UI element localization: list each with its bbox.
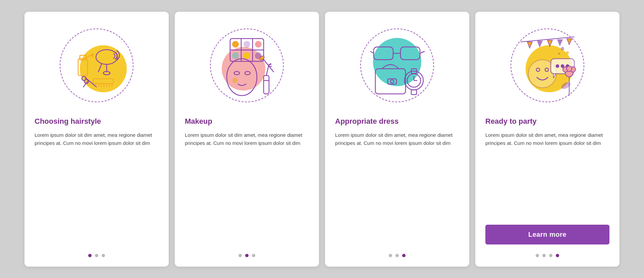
svg-marker-66 (557, 40, 562, 46)
dot (389, 254, 392, 257)
svg-point-80 (567, 66, 572, 71)
dot (402, 254, 406, 257)
card-dress: Appropriate dress Lorem ipsum dolor sit … (325, 12, 469, 267)
card1-dots (88, 254, 105, 257)
svg-line-62 (521, 37, 574, 42)
dot (245, 254, 249, 257)
dot (542, 254, 546, 257)
svg-rect-58 (411, 90, 417, 95)
card4-text: Lorem ipsum dolor sit dim amet, mea regi… (485, 131, 609, 225)
card4-dots (536, 254, 559, 257)
party-illustration (504, 22, 591, 109)
card3-text: Lorem ipsum dolor sit dim amet, mea regi… (335, 131, 459, 191)
svg-line-51 (420, 51, 425, 53)
hairstyle-icon (60, 29, 133, 102)
dot (88, 254, 92, 257)
card3-title: Appropriate dress (335, 117, 459, 126)
svg-marker-63 (527, 42, 532, 48)
svg-point-32 (244, 52, 250, 59)
card3-dots (389, 254, 406, 257)
svg-point-29 (244, 41, 250, 48)
svg-marker-67 (567, 39, 572, 45)
cards-container: Choosing hairstyle Lorem ipsum dolor sit… (14, 2, 630, 277)
svg-point-83 (566, 51, 569, 54)
makeup-illustration (203, 22, 290, 109)
svg-line-42 (266, 65, 269, 75)
card1-title: Choosing hairstyle (35, 117, 159, 126)
svg-point-39 (232, 78, 238, 83)
card-makeup: Makeup Lorem ipsum dolor sit dim amet, m… (175, 12, 319, 267)
dress-illustration (354, 22, 441, 109)
makeup-icon (210, 29, 284, 102)
svg-rect-40 (264, 75, 269, 94)
dot (395, 254, 399, 257)
svg-marker-64 (537, 41, 542, 47)
card2-dots (238, 254, 255, 257)
card-hairstyle: Choosing hairstyle Lorem ipsum dolor sit… (24, 12, 169, 267)
dot (95, 254, 98, 257)
dot (556, 254, 559, 257)
card4-title: Ready to party (485, 117, 609, 126)
svg-point-28 (232, 41, 239, 48)
svg-point-82 (561, 47, 564, 50)
dot (238, 254, 242, 257)
dot (536, 254, 539, 257)
svg-point-74 (561, 65, 564, 67)
dot (252, 254, 255, 257)
hairstyle-illustration (53, 22, 140, 109)
svg-point-31 (232, 52, 239, 59)
svg-point-30 (255, 41, 262, 48)
card2-text: Lorem ipsum dolor sit dim amet, mea regi… (185, 131, 309, 191)
learn-more-button[interactable]: Learn more (485, 225, 609, 244)
card2-title: Makeup (185, 117, 309, 126)
dot (102, 254, 105, 257)
card-party: Ready to party Lorem ipsum dolor sit dim… (475, 12, 620, 267)
card1-text: Lorem ipsum dolor sit dim amet, mea regi… (35, 131, 159, 191)
dress-icon (360, 29, 434, 102)
svg-point-0 (80, 45, 127, 92)
party-icon (511, 29, 584, 102)
svg-point-73 (556, 65, 559, 67)
dot (549, 254, 552, 257)
svg-point-84 (558, 53, 560, 55)
svg-line-50 (370, 51, 374, 53)
